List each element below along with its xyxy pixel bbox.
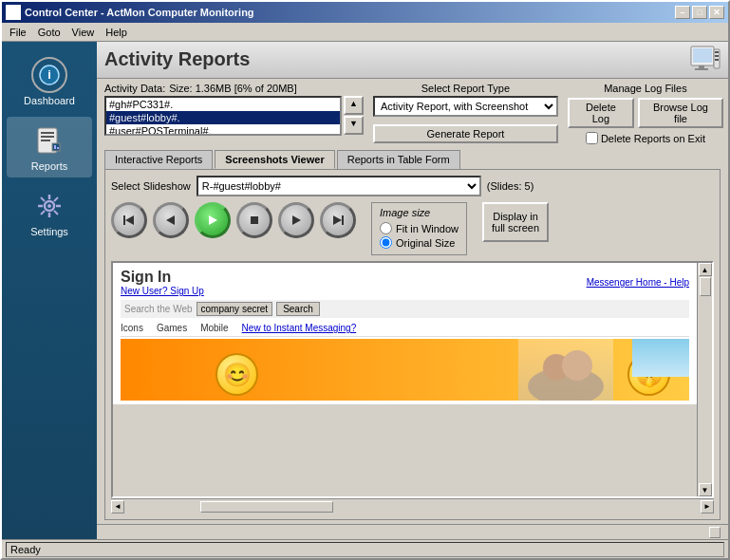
last-button[interactable] bbox=[320, 202, 356, 238]
image-preview-content: Sign In New User? Sign Up Messenger Home… bbox=[113, 263, 697, 434]
list-item[interactable]: #user#POSTerminal#. bbox=[106, 124, 340, 136]
hscroll-thumb[interactable] bbox=[200, 501, 333, 513]
delete-on-exit-label[interactable]: Delete Reports on Exit bbox=[586, 132, 705, 144]
minimize-button[interactable]: – bbox=[675, 6, 690, 19]
svg-line-18 bbox=[41, 211, 45, 215]
stop-button[interactable] bbox=[236, 202, 272, 238]
menu-bar: File Goto View Help bbox=[2, 23, 728, 42]
svg-marker-32 bbox=[292, 215, 301, 225]
tab-screenshots[interactable]: Screenshots Viewer bbox=[215, 150, 334, 169]
svg-line-15 bbox=[41, 197, 45, 201]
menu-file[interactable]: File bbox=[4, 25, 32, 40]
first-button[interactable] bbox=[111, 202, 147, 238]
horizontal-scrollbar: ◄ ► bbox=[111, 498, 714, 513]
report-type-select[interactable]: Activity Report, with Screenshot Activit… bbox=[373, 96, 558, 117]
svg-line-16 bbox=[54, 211, 58, 215]
info-svg: i bbox=[39, 65, 60, 85]
vscroll-down-arrow[interactable]: ▼ bbox=[699, 483, 712, 496]
fit-window-radio[interactable] bbox=[380, 222, 392, 234]
original-size-row: Original Size bbox=[380, 236, 459, 249]
svg-point-10 bbox=[47, 204, 51, 208]
content-header: Activity Reports bbox=[97, 42, 728, 79]
slideshow-select[interactable]: R-#guest#lobby# bbox=[197, 176, 481, 196]
delete-exit-row: Delete Reports on Exit bbox=[586, 132, 705, 144]
fit-window-row: Fit in Window bbox=[380, 222, 459, 234]
hscroll-right-arrow[interactable]: ► bbox=[701, 500, 714, 513]
prev-button[interactable] bbox=[153, 202, 189, 238]
sidebar-item-settings[interactable]: Settings bbox=[7, 182, 92, 243]
svg-rect-33 bbox=[342, 215, 344, 225]
hscroll-track[interactable] bbox=[124, 500, 701, 513]
image-size-title: Image size bbox=[380, 207, 459, 218]
status-text: Ready bbox=[6, 542, 724, 557]
image-preview-scroll[interactable]: Sign In New User? Sign Up Messenger Home… bbox=[113, 263, 697, 496]
listbox-scroll-up[interactable]: ▲ bbox=[344, 96, 364, 115]
title-bar: 🖥 Control Center - ActMon Computer Monit… bbox=[2, 2, 728, 23]
reports-icon bbox=[31, 122, 67, 159]
tab-interactive[interactable]: Interactive Reports bbox=[104, 150, 213, 169]
hscroll-left-arrow[interactable]: ◄ bbox=[111, 500, 124, 513]
fit-window-label[interactable]: Fit in Window bbox=[396, 223, 459, 234]
bottom-scrollbar bbox=[97, 524, 728, 539]
svg-rect-3 bbox=[41, 132, 54, 134]
next-icon bbox=[289, 213, 304, 228]
silhouette-area bbox=[518, 339, 613, 401]
resize-grip[interactable] bbox=[709, 527, 721, 538]
sidebar: i Dashboard Report bbox=[2, 42, 97, 539]
svg-rect-21 bbox=[699, 65, 704, 68]
first-icon bbox=[122, 213, 137, 228]
sidebar-item-dashboard[interactable]: i Dashboard bbox=[7, 51, 92, 112]
display-fullscreen-button[interactable]: Display in full screen bbox=[482, 202, 549, 242]
nav-new-messaging[interactable]: New to Instant Messaging? bbox=[242, 323, 357, 333]
dashboard-icon: i bbox=[31, 57, 67, 93]
tab-table[interactable]: Reports in Table Form bbox=[337, 150, 460, 169]
screenshots-viewer-panel: Select Slideshow R-#guest#lobby# (Slides… bbox=[104, 169, 721, 520]
nav-icons[interactable]: Icons bbox=[121, 323, 143, 333]
svg-marker-28 bbox=[125, 215, 134, 225]
webpage-top-row: Sign In New User? Sign Up Messenger Home… bbox=[121, 267, 689, 298]
select-report-label: Select Report Type bbox=[421, 83, 510, 94]
next-button[interactable] bbox=[278, 202, 314, 238]
company-secret-btn[interactable]: company secret bbox=[197, 302, 273, 316]
play-button[interactable] bbox=[195, 202, 231, 238]
image-size-box: Image size Fit in Window Original Size bbox=[371, 202, 467, 255]
app-icon: 🖥 bbox=[6, 5, 21, 20]
emoji-left: 😊 bbox=[215, 353, 258, 396]
activity-listbox[interactable]: #gh#PC331#. #guest#lobby#. #user#POSTerm… bbox=[104, 96, 342, 136]
messenger-link[interactable]: Messenger Home - Help bbox=[587, 277, 689, 288]
close-button[interactable]: ✕ bbox=[709, 6, 724, 19]
list-item[interactable]: #guest#lobby#. bbox=[106, 111, 340, 124]
report-type-row: Activity Report, with Screenshot Activit… bbox=[373, 96, 558, 117]
last-icon bbox=[330, 213, 346, 228]
playback-controls bbox=[111, 202, 356, 238]
header-icon bbox=[690, 46, 721, 74]
vscroll-thumb[interactable] bbox=[700, 277, 711, 296]
menu-help[interactable]: Help bbox=[100, 25, 133, 40]
slides-count: (Slides: 5) bbox=[487, 180, 534, 192]
svg-rect-4 bbox=[41, 136, 54, 138]
vscroll-track[interactable] bbox=[699, 276, 712, 483]
listbox-scroll-down[interactable]: ▼ bbox=[344, 116, 364, 135]
svg-rect-26 bbox=[715, 59, 719, 61]
stop-icon bbox=[247, 213, 262, 228]
search-btn[interactable]: Search bbox=[276, 302, 320, 316]
webpage-left: Sign In New User? Sign Up bbox=[121, 269, 204, 296]
menu-view[interactable]: View bbox=[66, 25, 101, 40]
delete-log-button[interactable]: Delete Log bbox=[568, 98, 634, 128]
image-preview-wrapper: Sign In New User? Sign Up Messenger Home… bbox=[111, 261, 714, 498]
nav-mobile[interactable]: Mobile bbox=[200, 323, 228, 333]
svg-point-37 bbox=[562, 350, 592, 381]
svg-rect-31 bbox=[251, 216, 258, 224]
menu-goto[interactable]: Goto bbox=[32, 25, 66, 40]
original-size-label[interactable]: Original Size bbox=[396, 237, 455, 249]
delete-on-exit-checkbox[interactable] bbox=[586, 132, 598, 144]
generate-report-button[interactable]: Generate Report bbox=[373, 124, 558, 143]
maximize-button[interactable]: □ bbox=[692, 6, 707, 19]
original-size-radio[interactable] bbox=[380, 236, 392, 249]
browse-log-button[interactable]: Browse Log file bbox=[638, 98, 723, 128]
sidebar-item-reports[interactable]: Reports bbox=[7, 117, 92, 177]
vscroll-up-arrow[interactable]: ▲ bbox=[699, 263, 712, 276]
activity-row: Activity Data: Size: 1.36MB [6% of 20MB]… bbox=[97, 79, 728, 148]
nav-games[interactable]: Games bbox=[157, 323, 187, 333]
list-item[interactable]: #gh#PC331#. bbox=[106, 98, 340, 111]
